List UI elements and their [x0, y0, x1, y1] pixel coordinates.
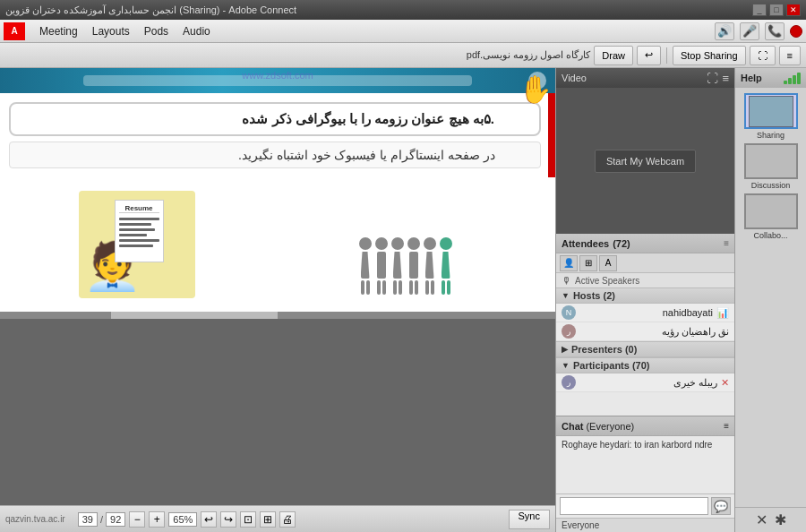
help-panel: Help Sharing Discussion — [734, 68, 806, 532]
signal-bar-4 — [797, 73, 801, 84]
fit-page-btn[interactable]: ⊡ — [240, 511, 256, 528]
person-figure-5 — [424, 237, 436, 295]
hosts-count: (2) — [603, 290, 614, 301]
video-body: Start My Webcam — [556, 88, 734, 234]
menu-layouts[interactable]: Layouts — [85, 22, 137, 40]
video-expand-icon[interactable]: ⛶ — [707, 72, 718, 85]
help-close-btn[interactable]: ✕ — [756, 511, 767, 528]
chat-input-row: 💬 — [556, 493, 734, 518]
help-title: Help — [741, 73, 762, 83]
zoom-in-btn[interactable]: + — [149, 511, 165, 528]
attendees-header-icons: ≡ — [724, 238, 729, 248]
draw-btn[interactable]: Draw — [594, 46, 633, 65]
zoom-out-btn[interactable]: − — [129, 511, 145, 528]
sync-btn[interactable]: Sync — [509, 510, 550, 529]
chat-menu-icon[interactable]: ≡ — [724, 421, 729, 431]
toolbar: کارگاه اصول رزومه نویسی.pdf Draw ↩ Stop … — [0, 43, 806, 68]
attendees-title: Attendees — [562, 238, 609, 249]
hosts-section-header[interactable]: ▼ Hosts (2) — [556, 287, 734, 304]
toolbar-separator — [666, 47, 667, 64]
mic-icon-btn[interactable]: 🎤 — [740, 22, 759, 40]
menu-audio[interactable]: Audio — [176, 22, 218, 40]
person-figure-4 — [407, 237, 420, 295]
speaker-icon-btn[interactable]: 🔊 — [715, 22, 734, 40]
slide-panel: www.zdsoft.com .۵به هیچ عنوان رزومه را ب… — [0, 68, 555, 532]
phone-icon-btn[interactable]: 📞 — [765, 22, 785, 40]
footer-url: qazvin.tva.ac.ir — [5, 514, 65, 524]
slide-scrollbar[interactable] — [0, 312, 555, 319]
slide-illustrations: 🧑‍💼 Resume — [0, 177, 555, 312]
hosts-arrow: ▼ — [562, 291, 570, 300]
host-icon-1: 📊 — [716, 307, 729, 319]
next-page-btn[interactable]: ↪ — [220, 511, 236, 528]
attendees-menu-icon[interactable]: ≡ — [724, 238, 729, 248]
video-menu-icon[interactable]: ≡ — [722, 72, 729, 85]
thumbnail-btn[interactable]: ⊞ — [260, 511, 276, 528]
page-separator: / — [100, 514, 103, 525]
active-speakers-label: Active Speakers — [575, 276, 639, 286]
chat-input[interactable] — [560, 497, 708, 515]
att-tool-1[interactable]: 👤 — [560, 255, 578, 271]
fullscreen-btn[interactable]: ⛶ — [750, 46, 776, 65]
help-collabo-item[interactable]: Collabo... — [739, 193, 802, 240]
window-controls: _ □ ✕ — [752, 4, 801, 16]
chat-title: Chat — [562, 421, 583, 432]
minimize-btn[interactable]: _ — [752, 4, 767, 16]
webcam-btn[interactable]: Start My Webcam — [595, 150, 696, 173]
attendees-section: Attendees (72) ≡ 👤 ⊞ A 🎙 Active Speakers… — [556, 234, 734, 416]
help-icon-panel: Sharing Discussion Collabo... — [735, 88, 806, 245]
menu-meeting[interactable]: Meeting — [32, 22, 85, 40]
att-tool-3[interactable]: A — [599, 255, 617, 271]
help-sharing-item[interactable]: Sharing — [739, 93, 802, 140]
undo-btn[interactable]: ↩ — [637, 46, 661, 65]
menu-pods[interactable]: Pods — [137, 22, 176, 40]
participants-section-header[interactable]: ▼ Participants (70) — [556, 357, 734, 373]
chat-send-btn[interactable]: 💬 — [711, 497, 731, 515]
discussion-label: Discussion — [751, 181, 791, 190]
participants-count: (70) — [632, 360, 650, 371]
total-pages: 92 — [106, 512, 125, 527]
help-bottom: ✕ ✱ — [735, 507, 806, 532]
help-discussion-item[interactable]: Discussion — [739, 143, 802, 190]
main-area: www.zdsoft.com .۵به هیچ عنوان رزومه را ب… — [0, 68, 806, 532]
record-btn[interactable] — [790, 25, 802, 38]
host-row-2: ر نق راهضیان رؤیه — [556, 322, 734, 341]
signal-bar-1 — [784, 81, 787, 84]
help-header: Help — [735, 68, 806, 88]
sharing-thumb — [744, 93, 798, 129]
presenters-section-header[interactable]: ▶ Presenters (0) — [556, 341, 734, 357]
page-number[interactable]: 39 — [78, 512, 98, 527]
participant-row-1: ر ریبله خیری ✕ — [556, 373, 734, 392]
att-tool-2[interactable]: ⊞ — [579, 255, 597, 271]
stop-sharing-btn[interactable]: Stop Sharing — [673, 46, 746, 65]
help-pin-btn[interactable]: ✱ — [775, 511, 786, 528]
slide-bottom-toolbar: qazvin.tva.ac.ir 39 / 92 − + 65% ↩ ↪ ⊡ ⊞… — [0, 505, 555, 532]
slide-text-2: در صفحه اینستاگرام یا فیسبوک خود اشتباه … — [9, 142, 541, 168]
slide-top-banner — [0, 68, 555, 93]
host-name-1: nahidbayati — [579, 307, 713, 318]
chat-body: Roghaye heydari: to iran karbord ndre — [556, 436, 734, 493]
resume-paper: Resume — [115, 200, 164, 262]
pointing-hand: 🤚 — [519, 73, 552, 105]
collabo-label: Collabo... — [753, 231, 787, 240]
attendees-toolbar: 👤 ⊞ A — [556, 253, 734, 273]
collabo-thumb — [744, 193, 798, 229]
toolbar-menu-btn[interactable]: ≡ — [779, 46, 801, 65]
participant-remove-icon[interactable]: ✕ — [721, 377, 729, 389]
chat-everyone-label: Everyone — [562, 520, 599, 530]
host-name-2: نق راهضیان رؤیه — [579, 326, 729, 338]
menu-icons: 🔊 🎤 📞 — [715, 22, 802, 40]
slide-scrollbar-thumb[interactable] — [111, 312, 278, 319]
presenters-count: (0) — [625, 344, 637, 355]
maximize-btn[interactable]: □ — [769, 4, 784, 16]
chat-header-icons: ≡ — [724, 421, 729, 431]
prev-page-btn[interactable]: ↩ — [201, 511, 217, 528]
person-figure-green — [440, 237, 452, 295]
presenters-label: Presenters — [571, 344, 622, 355]
zoom-level[interactable]: 65% — [168, 512, 197, 527]
signal-bar-3 — [793, 75, 796, 84]
video-section: Video ⛶ ≡ Start My Webcam — [556, 68, 734, 234]
print-btn[interactable]: 🖨 — [279, 511, 296, 528]
host-avatar-1: N — [562, 305, 576, 320]
close-btn[interactable]: ✕ — [786, 4, 801, 16]
